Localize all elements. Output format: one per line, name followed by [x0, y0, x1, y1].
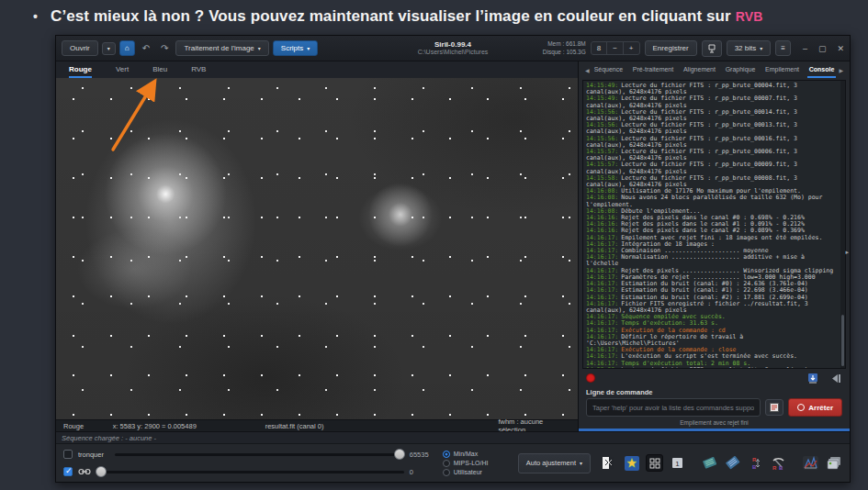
processing-tab[interactable]: Séquence [592, 61, 626, 78]
console-line: 14:16:17:Définir le répertoire de travai… [586, 334, 838, 347]
chain-link-icon [78, 467, 91, 476]
processing-tab[interactable]: Alignement [682, 61, 717, 78]
channel-tab[interactable]: RVB [191, 61, 206, 78]
record-log-icon[interactable] [586, 373, 595, 383]
disk-usage: Disque : 105.3G [543, 49, 586, 56]
console-line: 14:15:58:Lecture du fichier FITS : r_pp_… [586, 175, 838, 188]
hi-value: 65535 [410, 451, 434, 459]
command-line-label: Ligne de commande [579, 387, 850, 398]
hi-slider[interactable] [115, 453, 404, 456]
channel-tab[interactable]: Vert [116, 61, 129, 78]
sensor-card-alt-icon [725, 456, 740, 470]
maximize-button[interactable]: ▢ [818, 44, 827, 53]
processing-tab[interactable]: Graphique [724, 61, 758, 78]
zoom-value: 8 [592, 42, 606, 54]
home-button[interactable]: ⌂ [119, 40, 135, 56]
display-mode-radio[interactable]: Min/Max [443, 451, 509, 458]
close-button[interactable]: ✕ [837, 44, 844, 53]
menu-button[interactable]: ≡ [775, 40, 791, 56]
grid-view-button[interactable] [646, 454, 663, 472]
chevron-down-icon: ▾ [107, 46, 110, 51]
processing-tab[interactable]: Console [807, 61, 837, 78]
truncate-label: tronquer [78, 451, 109, 459]
open-button[interactable]: Ouvrir [62, 40, 98, 56]
view-tools: 1 RB RB [600, 454, 842, 472]
console-line: 14:15:49:Lecture du fichier FITS : r_pp_… [586, 83, 838, 95]
console-line: 14:15:57:Lecture du fichier FITS : r_pp_… [586, 149, 838, 161]
image-stack-icon [827, 456, 841, 470]
channel-compose-button[interactable]: RB [770, 454, 787, 472]
channel-split-button[interactable]: RB [747, 454, 764, 472]
debayer-alt-button[interactable] [724, 454, 741, 472]
header-bar: Ouvrir ▾ ⌂ ↶ ↷ Traitement de l'image▾ Sc… [56, 36, 850, 61]
console-log[interactable]: 14:15:49:Lecture du fichier FITS : r_pp_… [582, 80, 846, 369]
panel-expand-arrow[interactable]: ▸ [845, 249, 849, 256]
console-line: 14:16:17:Fichier FITS enregistré : fichi… [586, 301, 838, 314]
debayer-button[interactable] [701, 454, 718, 472]
log-message: Nous avons 24 blocs parallélisés de tail… [586, 194, 822, 207]
bit-depth-button[interactable]: 32 bits▾ [727, 40, 772, 56]
command-list-button[interactable] [765, 399, 783, 416]
snapshot-icon [707, 44, 716, 53]
memory-info: Mem : 661.8M Disque : 105.3G [543, 40, 586, 55]
tabs-scroll-left[interactable]: ◀ [582, 61, 592, 78]
display-mode-radio[interactable]: Utilisateur [443, 469, 509, 476]
eject-icon[interactable] [828, 373, 842, 384]
channel-tab[interactable]: Bleu [152, 61, 167, 78]
app-title: Siril-0.99.4 [418, 40, 489, 50]
undo-icon: ↶ [142, 43, 150, 53]
zoom-in-button[interactable]: + [623, 42, 639, 54]
image-viewport[interactable] [56, 78, 578, 419]
histogram-button[interactable] [802, 454, 819, 472]
channel-tab[interactable]: Rouge [69, 61, 92, 78]
single-view-button[interactable]: 1 [669, 454, 686, 472]
redo-button[interactable]: ↷ [157, 43, 172, 53]
photometry-button[interactable] [623, 454, 640, 472]
auto-stretch-button[interactable]: Auto ajustement▾ [518, 453, 591, 473]
zoom-out-button[interactable]: − [606, 42, 623, 54]
single-frame-icon: 1 [671, 457, 683, 469]
log-message: Lecture du fichier FITS : resultat.fit, … [586, 366, 812, 369]
display-mode-radio[interactable]: MIPS-LO/HI [443, 460, 509, 467]
redo-icon: ↷ [161, 43, 168, 53]
log-message: Fichier FITS enregistré : fichier ../res… [586, 300, 808, 314]
display-mode-group: Min/Max MIPS-LO/HI Utilisateur [443, 451, 509, 476]
truncate-checkbox[interactable] [63, 450, 73, 459]
console-scrollbar[interactable] [840, 81, 845, 368]
console-line: 14:15:57:Lecture du fichier FITS : r_pp_… [586, 161, 838, 174]
link-checkbox[interactable] [63, 467, 73, 476]
log-message: Normalisation ................... additi… [586, 253, 805, 267]
stop-icon [797, 404, 805, 411]
scripts-button[interactable]: Scripts▾ [273, 40, 318, 56]
command-input[interactable] [586, 398, 761, 417]
processing-tab[interactable]: Pré-traitement [631, 61, 675, 78]
sequence-status: Séquence chargée : - aucune - [56, 431, 850, 443]
hi-slider-handle[interactable] [394, 449, 405, 460]
bullet-text: C’est mieux là non ? Vous pouvez mainten… [51, 7, 762, 26]
image-list-button[interactable] [825, 454, 842, 472]
open-dropdown-button[interactable]: ▾ [102, 42, 116, 55]
command-list-icon [770, 403, 779, 412]
console-line: 14:15:56:Lecture du fichier FITS : r_pp_… [586, 109, 838, 122]
export-log-icon[interactable] [806, 373, 820, 384]
snapshot-button[interactable] [702, 40, 722, 57]
lo-slider-handle[interactable] [96, 466, 107, 477]
lo-slider[interactable] [96, 471, 404, 473]
negative-view-button[interactable] [600, 454, 617, 472]
minimize-button[interactable]: – [803, 44, 807, 53]
console-line: 14:15:56:Lecture du fichier FITS : r_pp_… [586, 122, 838, 135]
rgb-split-icon: RB [749, 456, 762, 471]
image-processing-button[interactable]: Traitement de l'image▾ [175, 40, 268, 56]
console-line: 14:15:56:Lecture du fichier FITS : r_pp_… [586, 136, 838, 149]
stop-button[interactable]: Arrêter [788, 398, 842, 417]
rvb-highlight: RVB [736, 9, 763, 24]
tabs-scroll-right[interactable]: ▶ [836, 61, 846, 78]
radio-icon [443, 460, 450, 467]
processing-tab[interactable]: Empilement [763, 61, 801, 78]
chevron-down-icon: ▾ [258, 46, 261, 51]
undo-button[interactable]: ↶ [139, 43, 153, 53]
save-button[interactable]: Enregistrer [645, 40, 697, 56]
svg-text:B: B [779, 465, 783, 471]
zoom-spinner[interactable]: 8 − + [591, 41, 640, 55]
right-panel: ◀ SéquencePré-traitementAlignementGraphi… [578, 61, 850, 431]
